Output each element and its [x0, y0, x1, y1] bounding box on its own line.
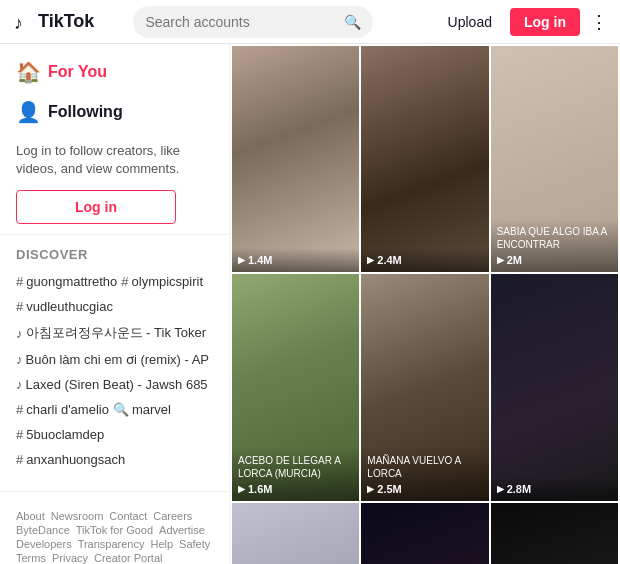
- tag-item[interactable]: #5buoclamdep: [16, 425, 104, 444]
- video-thumbnail: [491, 274, 618, 500]
- footer-link[interactable]: Developers: [16, 538, 72, 550]
- footer-link[interactable]: TikTok for Good: [76, 524, 153, 536]
- svg-text:♪: ♪: [14, 13, 23, 33]
- footer-links: About Newsroom Contact Careers ByteDance…: [16, 510, 213, 564]
- tag-label: vudleuthucgiac: [26, 299, 113, 314]
- upload-button[interactable]: Upload: [440, 10, 500, 34]
- video-card[interactable]: ANOCHE NO PODÍA DORMIR ▶ 3.7M: [491, 503, 618, 564]
- music-label: Laxed (Siren Beat) - Jawsh 685: [26, 377, 208, 392]
- main-layout: 🏠 For You 👤 Following Log in to follow c…: [0, 44, 620, 564]
- footer-link[interactable]: Careers: [153, 510, 192, 522]
- logo-text: TikTok: [38, 11, 94, 32]
- video-caption: MAÑANA VUELVO A LORCA: [367, 454, 482, 480]
- video-thumbnail: [232, 503, 359, 564]
- tag-label: anxanhuongsach: [26, 452, 125, 467]
- video-card[interactable]: ¿La estoy empezando a leer? ▶ 8.2M: [232, 503, 359, 564]
- video-grid-container: ▶ 1.4M ▶ 2.4M SABIA QUE ALGO IBA A EN: [230, 44, 620, 564]
- play-icon: ▶: [238, 255, 245, 265]
- video-stats: ▶ 1.4M: [238, 254, 353, 266]
- footer-link[interactable]: Transparency: [78, 538, 145, 550]
- video-stats: ▶ 1.6M: [238, 483, 353, 495]
- footer-link[interactable]: Contact: [109, 510, 147, 522]
- footer-link[interactable]: Privacy: [52, 552, 88, 564]
- footer-link[interactable]: Newsroom: [51, 510, 104, 522]
- video-caption: ACEBO DE LLEGAR A LORCA (MURCIA): [238, 454, 353, 480]
- tag-item[interactable]: #olympicspirit: [121, 272, 203, 291]
- video-overlay: SABIA QUE ALGO IBA A ENCONTRAR ▶ 2M: [491, 219, 618, 272]
- video-stats: ▶ 2.5M: [367, 483, 482, 495]
- tag-item[interactable]: #vudleuthucgiac: [16, 297, 213, 316]
- tag-label: olympicspirit: [132, 274, 204, 289]
- video-overlay: ▶ 2.8M: [491, 477, 618, 501]
- tag-label: charli d'amelio: [26, 402, 109, 417]
- discover-section: Discover #guongmattretho #olympicspirit …: [0, 235, 229, 481]
- video-stats: ▶ 2.8M: [497, 483, 612, 495]
- play-icon: ▶: [367, 484, 374, 494]
- home-icon: 🏠: [16, 60, 40, 84]
- video-thumbnail: [361, 46, 488, 272]
- video-overlay: ACEBO DE LLEGAR A LORCA (MURCIA) ▶ 1.6M: [232, 448, 359, 501]
- view-count: 2.5M: [377, 483, 401, 495]
- tag-item[interactable]: #anxanhuongsach: [16, 450, 125, 469]
- footer-link[interactable]: ByteDance: [16, 524, 70, 536]
- video-card[interactable]: ▶ 1.4M: [232, 46, 359, 272]
- sidebar-divider: [0, 491, 229, 492]
- following-icon: 👤: [16, 100, 40, 124]
- play-icon: ▶: [497, 484, 504, 494]
- sidebar: 🏠 For You 👤 Following Log in to follow c…: [0, 44, 230, 564]
- tag-item[interactable]: #guongmattretho: [16, 272, 117, 291]
- music-item[interactable]: ♪Buôn làm chi em ơi (remix) - AP: [16, 350, 213, 369]
- video-card[interactable]: MAÑANA VUELVO A LORCA ▶ 2.5M: [361, 274, 488, 500]
- tag-list: #guongmattretho #olympicspirit #vudleuth…: [16, 272, 213, 469]
- play-icon: ▶: [367, 255, 374, 265]
- sidebar-item-following[interactable]: 👤 Following: [0, 92, 229, 132]
- view-count: 1.6M: [248, 483, 272, 495]
- more-options-icon[interactable]: ⋮: [590, 11, 608, 33]
- footer-link[interactable]: Terms: [16, 552, 46, 564]
- play-icon: ▶: [238, 484, 245, 494]
- sidebar-item-for-you[interactable]: 🏠 For You: [0, 52, 229, 92]
- view-count: 2.4M: [377, 254, 401, 266]
- video-stats: ▶ 2M: [497, 254, 612, 266]
- video-overlay: MAÑANA VUELVO A LORCA ▶ 2.5M: [361, 448, 488, 501]
- video-thumbnail: [491, 503, 618, 564]
- tag-item[interactable]: 🔍marvel: [113, 400, 171, 419]
- tag-label: guongmattretho: [26, 274, 117, 289]
- music-label: Buôn làm chi em ơi (remix) - AP: [26, 352, 210, 367]
- header-login-button[interactable]: Log in: [510, 8, 580, 36]
- video-thumbnail: [361, 503, 488, 564]
- search-bar[interactable]: 🔍: [133, 6, 373, 38]
- video-stats: ▶ 2.4M: [367, 254, 482, 266]
- music-item[interactable]: ♪Laxed (Siren Beat) - Jawsh 685: [16, 375, 213, 394]
- sidebar-item-label-for-you: For You: [48, 63, 107, 81]
- footer-link[interactable]: Safety: [179, 538, 210, 550]
- video-grid: ▶ 1.4M ▶ 2.4M SABIA QUE ALGO IBA A EN: [230, 44, 620, 564]
- footer-link[interactable]: About: [16, 510, 45, 522]
- video-card[interactable]: SABIA QUE ALGO IBA A ENCONTRAR ▶ 2M: [491, 46, 618, 272]
- video-thumbnail: [232, 46, 359, 272]
- tag-label: 5buoclamdep: [26, 427, 104, 442]
- view-count: 1.4M: [248, 254, 272, 266]
- play-icon: ▶: [497, 255, 504, 265]
- search-icon[interactable]: 🔍: [344, 14, 361, 30]
- footer-link[interactable]: Creator Portal: [94, 552, 162, 564]
- view-count: 2M: [507, 254, 522, 266]
- tag-label: marvel: [132, 402, 171, 417]
- login-prompt-text: Log in to follow creators, like videos, …: [16, 142, 213, 178]
- tag-item[interactable]: #charli d'amelio: [16, 400, 109, 419]
- footer-link[interactable]: Help: [150, 538, 173, 550]
- video-card[interactable]: ▶ 2.4M: [361, 46, 488, 272]
- sidebar-item-label-following: Following: [48, 103, 123, 121]
- logo[interactable]: ♪ TikTok: [12, 11, 94, 33]
- video-overlay: ▶ 2.4M: [361, 248, 488, 272]
- video-card[interactable]: ▶ 2.8M: [491, 274, 618, 500]
- search-input[interactable]: [145, 14, 344, 30]
- video-caption: SABIA QUE ALGO IBA A ENCONTRAR: [497, 225, 612, 251]
- header-right: Upload Log in ⋮: [440, 8, 608, 36]
- sidebar-footer: About Newsroom Contact Careers ByteDance…: [0, 502, 229, 564]
- footer-link[interactable]: Advertise: [159, 524, 205, 536]
- video-card[interactable]: ACEBO DE LLEGAR A LORCA (MURCIA) ▶ 1.6M: [232, 274, 359, 500]
- sidebar-login-button[interactable]: Log in: [16, 190, 176, 224]
- music-item[interactable]: ♪아침포려정우사운드 - Tik Toker: [16, 322, 213, 344]
- video-card[interactable]: ▶ 5M: [361, 503, 488, 564]
